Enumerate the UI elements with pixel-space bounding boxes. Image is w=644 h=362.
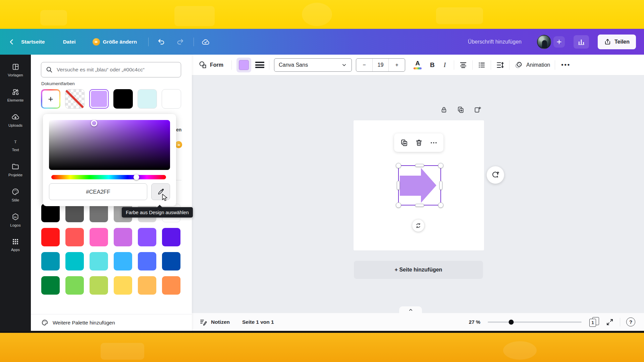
resize-button[interactable]: Größe ändern (93, 38, 137, 46)
sidebar-item-text[interactable]: T Text (12, 138, 19, 152)
more-options-button[interactable]: ••• (561, 61, 571, 68)
hex-input[interactable]: #CEA2FF (49, 183, 147, 200)
palette-swatch[interactable] (41, 252, 60, 270)
border-style-button[interactable] (255, 62, 264, 68)
sidebar-item-logos[interactable]: co. Logos (10, 213, 20, 227)
search-placeholder: Versuche es mit „blau“ oder „#00c4cc“ (57, 67, 145, 73)
insights-chart-icon[interactable] (574, 35, 589, 49)
italic-button[interactable]: I (444, 61, 446, 69)
file-menu[interactable]: Datei (63, 39, 76, 45)
resize-handle-bottom-left[interactable] (396, 202, 401, 208)
palette-swatch[interactable] (41, 204, 60, 222)
palette-swatch[interactable] (65, 276, 84, 295)
resize-handle-left[interactable] (397, 181, 400, 190)
page-indicator[interactable]: Seite 1 von 1 (242, 319, 274, 325)
selected-arrow-element[interactable] (398, 165, 441, 205)
font-size-decrease[interactable]: − (356, 59, 372, 71)
color-swatch-black[interactable] (113, 89, 133, 109)
canvas-area[interactable]: + Seite hinzufügen (192, 75, 644, 313)
divider (269, 60, 269, 70)
sidebar-item-elemente[interactable]: Elemente (7, 87, 24, 102)
palette-swatch[interactable] (114, 228, 132, 246)
notes-button[interactable]: Notizen (199, 318, 230, 326)
palette-swatch[interactable] (65, 252, 84, 270)
add-color-swatch[interactable]: + (41, 89, 60, 109)
duplicate-page-icon[interactable] (457, 106, 465, 114)
sidebar-item-vorlagen[interactable]: Vorlagen (8, 63, 23, 77)
sidebar-item-apps[interactable]: Apps (11, 238, 20, 252)
palette-swatch[interactable] (65, 204, 84, 222)
resize-handle-bottom[interactable] (415, 204, 424, 207)
design-title-placeholder[interactable]: Überschrift hinzufügen (468, 39, 522, 45)
trash-icon[interactable] (415, 139, 423, 147)
palette-swatch[interactable] (90, 228, 108, 246)
saturation-value-area[interactable] (49, 120, 170, 170)
share-button[interactable]: Teilen (598, 35, 636, 49)
palette-swatch[interactable] (162, 252, 180, 270)
shape-button[interactable]: Form (199, 61, 223, 69)
sidebar-label: Stile (12, 198, 19, 202)
sidebar-label: Logos (10, 223, 20, 227)
color-swatch-cyan[interactable] (138, 89, 157, 109)
hue-slider-thumb[interactable] (133, 174, 139, 180)
palette-swatch[interactable] (114, 276, 132, 295)
color-search-input[interactable]: Versuche es mit „blau“ oder „#00c4cc“ (41, 62, 181, 77)
selected-color-swatch[interactable] (89, 89, 109, 109)
lock-icon[interactable] (440, 106, 448, 114)
palette-swatch[interactable] (162, 228, 180, 246)
palette-swatch[interactable] (138, 228, 156, 246)
more-options-icon[interactable] (430, 139, 438, 147)
line-spacing-button[interactable] (496, 61, 504, 69)
palette-swatch[interactable] (138, 276, 156, 295)
palette-swatch[interactable] (90, 252, 108, 270)
back-chevron-icon[interactable] (8, 38, 15, 46)
resize-handle-right[interactable] (439, 181, 442, 190)
palette-swatch[interactable] (90, 276, 108, 295)
duplicate-icon[interactable] (400, 139, 408, 147)
text-color-button[interactable]: A (414, 60, 422, 69)
add-page-icon[interactable] (474, 106, 481, 114)
sidebar-item-uploads[interactable]: Uploads (8, 113, 22, 127)
palette-swatch[interactable] (114, 252, 132, 270)
palette-swatch[interactable] (65, 228, 84, 246)
resize-handle-top-right[interactable] (438, 163, 443, 168)
zoom-slider-thumb[interactable] (509, 319, 514, 324)
hue-slider[interactable] (51, 175, 166, 179)
bullet-list-button[interactable] (477, 61, 486, 69)
redo-icon[interactable] (176, 38, 184, 46)
palette-swatch[interactable] (41, 228, 60, 246)
undo-icon[interactable] (157, 38, 165, 46)
font-family-dropdown[interactable]: Canva Sans (274, 58, 352, 72)
resize-handle-top-left[interactable] (396, 163, 401, 168)
palette-swatch[interactable] (41, 276, 60, 295)
fullscreen-button[interactable] (606, 318, 614, 326)
sidebar-item-stile[interactable]: Stile (11, 187, 20, 202)
font-size-value[interactable]: 19 (372, 59, 389, 71)
rotate-handle[interactable] (412, 220, 424, 232)
comment-button[interactable] (487, 166, 504, 184)
mouse-cursor (161, 194, 168, 202)
palette-swatch[interactable] (138, 252, 156, 270)
bold-button[interactable]: B (430, 61, 435, 69)
zoom-slider[interactable] (488, 321, 582, 323)
palette-swatch[interactable] (162, 276, 180, 295)
animation-button[interactable]: Animation (514, 61, 550, 69)
transparent-swatch[interactable] (65, 89, 85, 109)
home-link[interactable]: Startseite (21, 39, 45, 45)
fill-color-button[interactable] (236, 58, 251, 72)
add-page-button[interactable]: + Seite hinzufügen (354, 261, 483, 279)
resize-handle-bottom-right[interactable] (438, 202, 443, 208)
sidebar-item-projekte[interactable]: Projekte (8, 162, 22, 177)
avatar[interactable] (537, 35, 551, 49)
sv-marker[interactable] (91, 120, 97, 126)
expand-panel-tab[interactable] (399, 306, 422, 313)
palette-swatch[interactable] (90, 204, 108, 222)
add-palette-footer[interactable]: Weitere Palette hinzufügen (31, 314, 192, 331)
add-member-button[interactable] (553, 36, 565, 48)
resize-handle-top[interactable] (415, 164, 424, 167)
font-size-increase[interactable]: + (389, 59, 405, 71)
align-button[interactable] (459, 61, 468, 69)
color-swatch-white[interactable] (162, 89, 181, 109)
pages-overview-button[interactable]: 1 (589, 317, 599, 327)
help-button[interactable]: ? (626, 317, 635, 326)
